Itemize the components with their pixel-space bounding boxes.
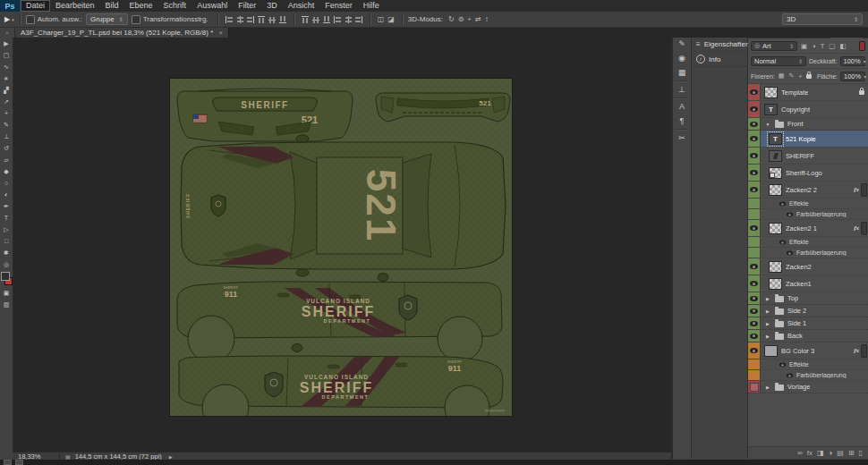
- filter-on-off-toggle[interactable]: [859, 41, 865, 51]
- layer-row-farb-berlagerung[interactable]: Farbüberlagerung: [748, 209, 868, 220]
- paragraph-panel-icon[interactable]: ¶: [673, 114, 691, 128]
- filter-smart-objects-icon[interactable]: ◧: [839, 42, 846, 50]
- panel-button-info[interactable]: iInfo: [692, 52, 747, 67]
- filter-adjustment-layers-icon[interactable]: ◑: [812, 42, 816, 50]
- visibility-eye-icon[interactable]: [779, 240, 786, 244]
- 3d-drag-icon[interactable]: +: [467, 15, 472, 23]
- new-group-icon[interactable]: ▤: [837, 449, 844, 457]
- visibility-eye-icon[interactable]: [787, 212, 793, 216]
- menu-fenster[interactable]: Fenster: [319, 0, 358, 12]
- distribute-vertical-centers-icon[interactable]: [311, 15, 320, 24]
- visibility-eye-icon[interactable]: [750, 321, 758, 326]
- visibility-hidden-box[interactable]: [750, 383, 759, 392]
- layer-row-sheriff[interactable]: SHERIFF: [748, 148, 868, 165]
- delete-layer-icon[interactable]: ▯: [859, 449, 863, 457]
- menu-schrift[interactable]: Schrift: [158, 0, 192, 12]
- layer-row-effekte[interactable]: Effekte: [748, 199, 868, 209]
- canvas-area[interactable]: SHERIFF 521 521: [13, 38, 671, 452]
- layer-row-side-1[interactable]: ▶Side 1: [748, 317, 868, 330]
- document-tab[interactable]: A3F_Charger_19_P_TL.psd bei 18,3% (521 K…: [15, 27, 229, 38]
- visibility-eye-icon[interactable]: [750, 170, 758, 175]
- visibility-eye-icon[interactable]: [750, 187, 758, 192]
- 3d-panel-icon[interactable]: ◉: [673, 51, 691, 65]
- opacity-dropdown[interactable]: 100% ▾: [840, 56, 865, 66]
- layer-row-copyright[interactable]: TCopyright: [748, 101, 868, 118]
- fx-badge[interactable]: fx: [854, 347, 859, 354]
- align-left-edges-icon[interactable]: [225, 15, 234, 24]
- fx-collapse-icon[interactable]: [861, 222, 867, 235]
- auto-select-mode-dropdown[interactable]: Gruppe⇕: [86, 13, 128, 25]
- lock-all-icon[interactable]: [806, 74, 812, 79]
- distribute-top-edges-icon[interactable]: [301, 15, 310, 24]
- layer-thumbnail[interactable]: [769, 167, 782, 179]
- filter-pixel-layers-icon[interactable]: ▣: [801, 42, 807, 50]
- visibility-eye-icon[interactable]: [779, 362, 786, 367]
- menu-datei[interactable]: Datei: [21, 0, 50, 12]
- eyedropper-tool[interactable]: ↗: [0, 96, 13, 107]
- visibility-eye-icon[interactable]: [750, 106, 758, 112]
- align-right-edges-icon[interactable]: [246, 15, 255, 24]
- align-bottom-edges-icon[interactable]: [278, 15, 287, 24]
- hand-tool[interactable]: ✱: [0, 247, 13, 258]
- layer-row-521-kopie[interactable]: T521 Kopie: [748, 131, 868, 148]
- blur-tool[interactable]: ○: [0, 177, 13, 189]
- layer-row-bg-color-3[interactable]: BG Color 3fx: [748, 342, 868, 359]
- quick-mask-icon[interactable]: ▣: [0, 287, 13, 299]
- distribute-bottom-edges-icon[interactable]: [322, 15, 331, 24]
- brush-tool[interactable]: ✎: [0, 119, 13, 131]
- layer-row-farb-berlagerung[interactable]: Farbüberlagerung: [748, 370, 868, 381]
- filter-type-layers-icon[interactable]: T: [821, 42, 825, 50]
- layer-thumbnail[interactable]: [769, 223, 782, 234]
- visibility-eye-icon[interactable]: [750, 309, 758, 314]
- distribute-widths-icon[interactable]: ◫: [378, 15, 385, 23]
- filter-shape-layers-icon[interactable]: ▢: [829, 42, 835, 50]
- fx-collapse-icon[interactable]: [861, 344, 867, 358]
- fx-badge[interactable]: fx: [854, 186, 859, 193]
- marquee-tool[interactable]: ▢: [0, 49, 13, 61]
- 3d-slide-icon[interactable]: ⇄: [475, 15, 481, 23]
- layer-thumbnail[interactable]: [769, 184, 782, 196]
- workspace-switcher[interactable]: 3D⇕: [782, 13, 863, 25]
- layer-thumbnail[interactable]: [769, 261, 782, 273]
- group-collapse-icon[interactable]: ▼: [764, 122, 771, 127]
- group-expand-icon[interactable]: ▶: [764, 334, 771, 339]
- 3d-scale-icon[interactable]: ↕: [485, 15, 489, 23]
- lock-position-icon[interactable]: +: [798, 73, 802, 80]
- layer-thumbnail[interactable]: [764, 87, 778, 98]
- group-expand-icon[interactable]: ▶: [764, 385, 771, 390]
- filter-kind-dropdown[interactable]: ◎ Art ⇕: [751, 41, 797, 51]
- visibility-eye-icon[interactable]: [787, 373, 793, 377]
- layer-row-side-2[interactable]: ▶Side 2: [748, 305, 868, 317]
- auto-select-checkbox[interactable]: [26, 15, 35, 24]
- crop-tool[interactable]: ▞: [0, 84, 13, 96]
- toolbar-collapse-icon[interactable]: »: [0, 27, 15, 38]
- group-expand-icon[interactable]: ▶: [764, 321, 771, 326]
- layer-row-effekte[interactable]: Effekte: [748, 237, 868, 248]
- fx-badge[interactable]: fx: [854, 224, 859, 232]
- menu-filter[interactable]: Filter: [233, 0, 261, 12]
- align-vertical-centers-icon[interactable]: [268, 15, 277, 24]
- fill-dropdown[interactable]: 100% ▾: [840, 72, 865, 81]
- panel-button-eigenschaften[interactable]: ≡Eigenschaften: [692, 37, 747, 52]
- distribute-right-edges-icon[interactable]: [354, 15, 363, 24]
- adjustment-layer-icon[interactable]: ◑: [828, 449, 832, 457]
- status-menu-arrow-icon[interactable]: ▶: [169, 454, 173, 460]
- layer-row-zacken2-1[interactable]: Zacken2 1fx: [748, 220, 868, 237]
- clone-stamp-tool[interactable]: ⊥: [0, 131, 13, 142]
- quick-selection-tool[interactable]: ∗: [0, 72, 13, 84]
- menu-auswahl[interactable]: Auswahl: [191, 0, 233, 12]
- pen-tool[interactable]: ✒: [0, 200, 13, 212]
- visibility-eye-icon[interactable]: [750, 136, 758, 141]
- align-top-edges-icon[interactable]: [257, 15, 266, 24]
- path-selection-tool[interactable]: ▷: [0, 224, 13, 235]
- layer-row-vorlage[interactable]: ▶Vorlage: [748, 381, 868, 393]
- menu-ansicht[interactable]: Ansicht: [283, 0, 320, 12]
- layer-thumbnail[interactable]: [764, 345, 778, 357]
- menu-bearbeiten[interactable]: Bearbeiten: [50, 0, 100, 12]
- visibility-eye-icon[interactable]: [750, 334, 758, 339]
- visibility-eye-icon[interactable]: [779, 201, 786, 206]
- visibility-eye-icon[interactable]: [750, 153, 758, 158]
- layer-row-farb-berlagerung[interactable]: Farbüberlagerung: [748, 248, 868, 258]
- layer-comps-panel-icon[interactable]: ▦: [673, 65, 691, 80]
- visibility-eye-icon[interactable]: [750, 296, 758, 301]
